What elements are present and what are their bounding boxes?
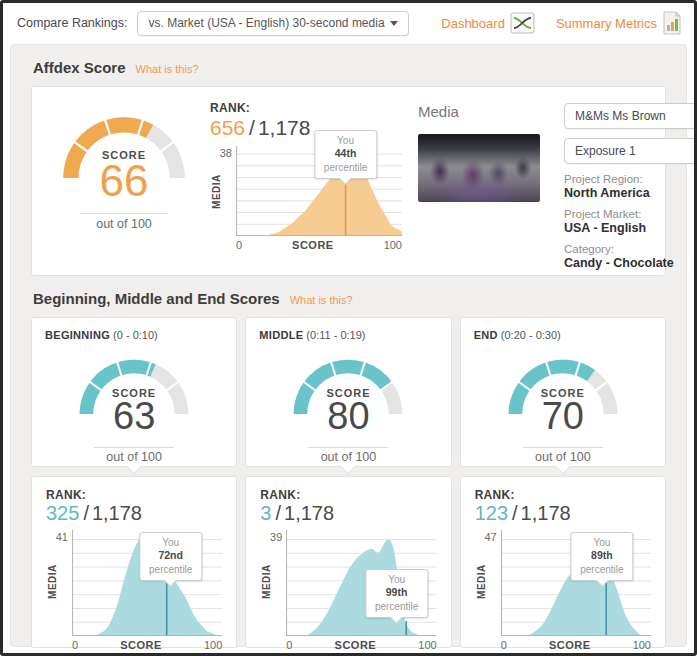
affdex-distribution-chart: 38 MEDIA You44thpercentile 0 SCORE 100	[210, 146, 402, 251]
media-thumbnail[interactable]	[418, 134, 540, 202]
x-axis-min-label: 0	[72, 639, 78, 651]
y-axis-max-label: 47	[475, 531, 497, 543]
segment-label: BEGINNING	[45, 329, 110, 341]
beginning-distribution-chart: 41 MEDIA You72ndpercentile 0 SCORE 100	[46, 530, 222, 651]
media-section-label: Media	[418, 103, 546, 120]
gauge-divider	[523, 447, 603, 448]
project-market-field: Project Market: USA - English	[564, 208, 697, 235]
rank-label: RANK:	[210, 101, 402, 115]
summary-metrics-link[interactable]: Summary Metrics	[556, 16, 657, 31]
rank-value-line: 3/1,178	[260, 502, 436, 525]
x-axis-max-label: 100	[204, 639, 222, 651]
x-axis-row: 0 SCORE 100	[72, 636, 222, 651]
x-axis-max-label: 100	[384, 239, 402, 251]
dashboard-link[interactable]: Dashboard	[441, 16, 505, 31]
y-axis-title: MEDIA	[475, 561, 486, 601]
top-bar: Compare Rankings: vs. Market (USA - Engl…	[3, 3, 694, 43]
rank-total: 1,178	[284, 502, 334, 524]
chart-plot-area: You99thpercentile	[286, 530, 436, 636]
end-score-value: 70	[495, 397, 631, 435]
x-axis-title: SCORE	[335, 639, 377, 651]
exposure-select-value: Exposure 1	[575, 144, 636, 158]
field-label: Category:	[564, 243, 697, 255]
affdex-score-gauge: SCORE 66 out of 100	[48, 103, 200, 182]
end-rank-card: RANK: 123/1,178 47 MEDIA You89thpercenti…	[460, 476, 666, 648]
rank-separator: /	[249, 116, 255, 139]
field-value: Candy - Chocolate	[564, 256, 697, 270]
dashboard-chart-icon[interactable]	[510, 12, 535, 34]
x-axis-min-label: 0	[286, 639, 292, 651]
exposure-select[interactable]: Exposure 1	[564, 138, 697, 164]
rank-value: 123	[475, 502, 508, 524]
rank-value: 656	[210, 116, 245, 139]
segment-range: (0:20 - 0:30)	[501, 329, 561, 341]
field-label: Project Region:	[564, 173, 697, 185]
rank-value: 3	[260, 502, 271, 524]
percentile-tooltip: You44thpercentile	[314, 130, 377, 179]
rank-value: 325	[46, 502, 79, 524]
segment-label: MIDDLE	[259, 329, 303, 341]
middle-rank-card: RANK: 3/1,178 39 MEDIA You99thpercentile…	[245, 476, 451, 648]
rank-value-line: 325/1,178	[46, 502, 222, 525]
x-axis-min-label: 0	[236, 239, 242, 251]
rank-label: RANK:	[475, 488, 651, 502]
x-axis-row: 0 SCORE 100	[236, 236, 402, 251]
project-region-field: Project Region: North America	[564, 173, 697, 200]
media-select-value: M&Ms Ms Brown	[575, 109, 666, 123]
rank-separator: /	[83, 502, 89, 524]
y-axis-title: MEDIA	[47, 561, 58, 601]
end-score-card: END (0:20 - 0:30) SCORE 70 out of 100	[460, 317, 666, 467]
compare-rankings-select[interactable]: vs. Market (USA - English) 30-second med…	[137, 11, 409, 36]
x-axis-title: SCORE	[120, 639, 162, 651]
rank-label: RANK:	[260, 488, 436, 502]
x-axis-title: SCORE	[549, 639, 591, 651]
y-axis-max-label: 41	[46, 531, 68, 543]
field-value: USA - English	[564, 221, 697, 235]
summary-metrics-icon[interactable]	[662, 11, 682, 35]
y-axis-title: MEDIA	[261, 561, 272, 601]
x-axis-row: 0 SCORE 100	[501, 636, 651, 651]
gauge-out-of-label: out of 100	[48, 217, 200, 231]
beginning-gauge: SCORE 63 out of 100	[66, 347, 202, 418]
rank-value-line: 123/1,178	[475, 502, 651, 525]
bme-grid: BEGINNING (0 - 0:10) SCORE 63 out of 100…	[31, 317, 666, 648]
affdex-score-title: Affdex Score	[33, 59, 126, 76]
beginning-rank-card: RANK: 325/1,178 41 MEDIA You72ndpercenti…	[31, 476, 237, 648]
chevron-down-icon	[390, 21, 398, 26]
chart-plot-area: You72ndpercentile	[72, 530, 222, 636]
percentile-tooltip: You99thpercentile	[365, 569, 428, 618]
bme-what-is-this-link[interactable]: What is this?	[290, 294, 353, 306]
x-axis-max-label: 100	[633, 639, 651, 651]
affdex-score-card: SCORE 66 out of 100 RANK: 656/1,178 38 M…	[31, 86, 666, 276]
chart-plot-area: You89thpercentile	[501, 530, 651, 636]
segment-range: (0 - 0:10)	[113, 329, 158, 341]
beginning-score-value: 63	[66, 397, 202, 435]
bme-section-title: Beginning, Middle and End Scores	[33, 290, 280, 307]
gauge-divider	[94, 447, 174, 448]
rank-separator: /	[512, 502, 518, 524]
y-axis-max-label: 39	[260, 531, 282, 543]
dashboard-panel: Affdex Score What is this? SCORE 66 out …	[10, 44, 687, 647]
topbar-links: Dashboard Summary Metrics	[427, 11, 682, 35]
field-label: Project Market:	[564, 208, 697, 220]
field-value: North America	[564, 186, 697, 200]
rank-total: 1,178	[258, 116, 311, 139]
category-field: Category: Candy - Chocolate	[564, 243, 697, 270]
rank-separator: /	[275, 502, 281, 524]
segment-range: (0:11 - 0:19)	[306, 329, 365, 341]
middle-score-card: MIDDLE (0:11 - 0:19) SCORE 80 out of 100	[245, 317, 451, 467]
y-axis-max-label: 38	[210, 147, 232, 159]
gauge-divider	[308, 447, 388, 448]
affdex-what-is-this-link[interactable]: What is this?	[136, 63, 199, 75]
middle-gauge: SCORE 80 out of 100	[280, 347, 416, 418]
x-axis-min-label: 0	[501, 639, 507, 651]
media-select[interactable]: M&Ms Ms Brown	[564, 103, 697, 129]
beginning-score-card: BEGINNING (0 - 0:10) SCORE 63 out of 100	[31, 317, 237, 467]
end-gauge: SCORE 70 out of 100	[495, 347, 631, 418]
x-axis-title: SCORE	[292, 239, 334, 251]
percentile-tooltip: You72ndpercentile	[139, 532, 202, 581]
affdex-score-value: 66	[48, 159, 200, 203]
rank-label: RANK:	[46, 488, 222, 502]
compare-rankings-label: Compare Rankings:	[17, 16, 127, 30]
rank-total: 1,178	[92, 502, 142, 524]
